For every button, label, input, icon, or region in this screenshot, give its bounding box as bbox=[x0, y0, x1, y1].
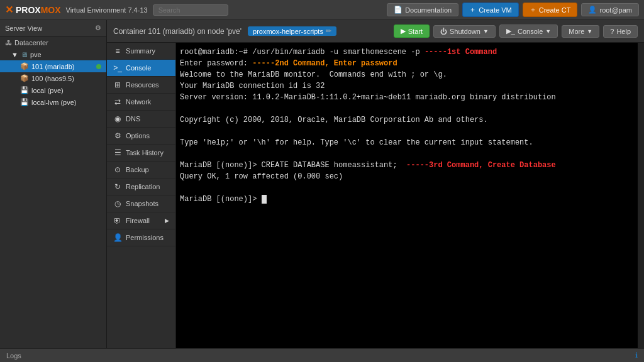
content-header: Container 101 (mariadb) on node 'pve' pr… bbox=[107, 20, 644, 43]
top-bar-actions: 📄 Documentation ＋ Create VM ＋ Create CT … bbox=[387, 3, 639, 17]
bottom-bar-right: ℹ bbox=[635, 351, 638, 359]
user-icon: 👤 bbox=[588, 6, 597, 14]
sidebar: Server View ⚙ 🖧 Datacenter ▼ 🖥 pve 📦 101… bbox=[0, 20, 107, 348]
sidebar-header: Server View ⚙ bbox=[0, 20, 106, 36]
docs-icon: 📄 bbox=[394, 6, 402, 14]
create-vm-icon: ＋ bbox=[469, 5, 476, 14]
console-dropdown-icon[interactable]: ▼ bbox=[545, 28, 551, 35]
backup-icon: ⊙ bbox=[113, 165, 122, 174]
badge-label: proxmox-helper-scripts bbox=[253, 28, 323, 35]
container-101-label: 101 (mariadb) bbox=[31, 63, 74, 70]
nav-dns-label: DNS bbox=[126, 115, 140, 123]
nav-console-label: Console bbox=[126, 64, 151, 72]
pve-icon: 🖥 bbox=[21, 51, 28, 58]
more-button[interactable]: More ▼ bbox=[562, 25, 599, 38]
shutdown-dropdown-icon[interactable]: ▼ bbox=[483, 28, 489, 35]
running-indicator bbox=[96, 64, 101, 69]
terminal-area[interactable]: root@mariadb:~# /usr/bin/mariadb -u smar… bbox=[176, 43, 638, 348]
documentation-button[interactable]: 📄 Documentation bbox=[387, 3, 458, 16]
snapshots-icon: ◷ bbox=[113, 199, 122, 208]
help-button[interactable]: ? Help bbox=[603, 25, 638, 38]
nav-item-snapshots[interactable]: ◷ Snapshots bbox=[107, 195, 175, 212]
nav-permissions-label: Permissions bbox=[126, 234, 164, 241]
more-dropdown-icon[interactable]: ▼ bbox=[587, 28, 592, 35]
terminal-line-9: Type 'help;' or '\h' for help. Type '\c'… bbox=[180, 137, 634, 148]
nav-summary-label: Summary bbox=[126, 47, 155, 55]
nav-resources-label: Resources bbox=[126, 81, 159, 89]
replication-icon: ↻ bbox=[113, 182, 122, 191]
container-100-label: 100 (haos9.5) bbox=[31, 75, 74, 82]
scrollbar[interactable] bbox=[638, 43, 644, 348]
container-title: Container 101 (mariadb) on node 'pve' bbox=[113, 27, 242, 36]
logo: ✕ PROXMOX Virtual Environment 7.4-13 bbox=[5, 4, 148, 16]
sidebar-item-datacenter[interactable]: 🖧 Datacenter bbox=[0, 36, 106, 49]
create-ct-button[interactable]: ＋ Create CT bbox=[523, 3, 578, 17]
shutdown-button[interactable]: ⏻ Shutdown ▼ bbox=[433, 25, 496, 38]
content-body: ≡ Summary >_ Console ⊞ Resources ⇄ Netwo… bbox=[107, 43, 644, 348]
container-100-icon: 📦 bbox=[20, 74, 29, 82]
help-icon: ? bbox=[610, 28, 614, 35]
nav-item-firewall[interactable]: ⛨ Firewall ▶ bbox=[107, 212, 175, 229]
edit-badge-icon[interactable]: ✏ bbox=[326, 27, 331, 35]
terminal-line-12: Query OK, 1 row affected (0.000 sec) bbox=[180, 171, 634, 182]
left-nav: ≡ Summary >_ Console ⊞ Resources ⇄ Netwo… bbox=[107, 43, 176, 348]
sidebar-gear-icon[interactable]: ⚙ bbox=[95, 24, 101, 32]
terminal-line-14: MariaDB [(none)]> bbox=[180, 194, 634, 205]
nav-item-console[interactable]: >_ Console bbox=[107, 60, 175, 77]
nav-replication-label: Replication bbox=[126, 183, 160, 190]
search-input[interactable] bbox=[153, 4, 228, 16]
top-bar: ✕ PROXMOX Virtual Environment 7.4-13 📄 D… bbox=[0, 0, 644, 20]
firewall-icon: ⛨ bbox=[113, 216, 122, 225]
nav-item-options[interactable]: ⚙ Options bbox=[107, 128, 175, 145]
terminal-line-3: Welcome to the MariaDB monitor. Commands… bbox=[180, 69, 634, 80]
nav-item-summary[interactable]: ≡ Summary bbox=[107, 43, 175, 60]
terminal-cursor bbox=[262, 195, 267, 204]
sidebar-item-101[interactable]: 📦 101 (mariadb) bbox=[0, 60, 106, 72]
logo-x: ✕ bbox=[5, 4, 13, 16]
network-icon: ⇄ bbox=[113, 97, 122, 106]
console-nav-icon: >_ bbox=[113, 63, 122, 72]
node-expand-icon: ▼ bbox=[11, 51, 18, 58]
main-layout: Server View ⚙ 🖧 Datacenter ▼ 🖥 pve 📦 101… bbox=[0, 20, 644, 348]
logo-text: PROXMOX bbox=[16, 5, 61, 15]
nav-item-resources[interactable]: ⊞ Resources bbox=[107, 77, 175, 94]
terminal-line-7: Copyright (c) 2000, 2018, Oracle, MariaD… bbox=[180, 114, 634, 126]
nav-firewall-label: Firewall bbox=[126, 217, 150, 224]
start-icon: ▶ bbox=[401, 27, 406, 35]
start-button[interactable]: ▶ Start bbox=[394, 25, 430, 38]
storage-local-label: local (pve) bbox=[31, 87, 64, 94]
terminal-line-11: MariaDB [(none)]> CREATE DATABASE homeas… bbox=[180, 160, 634, 171]
firewall-chevron-icon: ▶ bbox=[165, 217, 169, 224]
nav-task-history-label: Task History bbox=[126, 149, 164, 156]
nav-backup-label: Backup bbox=[126, 166, 149, 173]
nav-item-dns[interactable]: ◉ DNS bbox=[107, 111, 175, 128]
resources-icon: ⊞ bbox=[113, 80, 122, 89]
dns-icon: ◉ bbox=[113, 114, 122, 123]
shutdown-icon: ⏻ bbox=[440, 28, 447, 35]
bottom-bar: Logs ℹ bbox=[0, 348, 644, 362]
terminal-line-1: root@mariadb:~# /usr/bin/mariadb -u smar… bbox=[180, 47, 634, 58]
logo-env: Virtual Environment 7.4-13 bbox=[66, 6, 148, 14]
nav-item-network[interactable]: ⇄ Network bbox=[107, 94, 175, 111]
nav-item-permissions[interactable]: 👤 Permissions bbox=[107, 229, 175, 246]
create-vm-button[interactable]: ＋ Create VM bbox=[462, 3, 519, 17]
sidebar-item-local-lvm[interactable]: 💾 local-lvm (pve) bbox=[0, 96, 106, 108]
summary-icon: ≡ bbox=[113, 47, 122, 55]
server-view-label: Server View bbox=[5, 25, 42, 32]
helper-scripts-badge: proxmox-helper-scripts ✏ bbox=[248, 26, 336, 36]
permissions-icon: 👤 bbox=[113, 233, 122, 242]
sidebar-item-local[interactable]: 💾 local (pve) bbox=[0, 84, 106, 96]
console-icon: ▶_ bbox=[506, 27, 515, 35]
terminal-line-8 bbox=[180, 126, 634, 137]
nav-item-backup[interactable]: ⊙ Backup bbox=[107, 162, 175, 178]
nav-item-task-history[interactable]: ☰ Task History bbox=[107, 145, 175, 162]
user-button[interactable]: 👤 root@pam bbox=[581, 3, 639, 16]
sidebar-item-100[interactable]: 📦 100 (haos9.5) bbox=[0, 72, 106, 84]
nav-snapshots-label: Snapshots bbox=[126, 200, 158, 207]
nav-item-replication[interactable]: ↻ Replication bbox=[107, 178, 175, 195]
console-button[interactable]: ▶_ Console ▼ bbox=[499, 25, 558, 38]
datacenter-icon: 🖧 bbox=[5, 39, 12, 47]
nav-options-label: Options bbox=[126, 132, 150, 140]
sidebar-item-pve[interactable]: ▼ 🖥 pve bbox=[0, 49, 106, 60]
terminal-line-6 bbox=[180, 103, 634, 114]
